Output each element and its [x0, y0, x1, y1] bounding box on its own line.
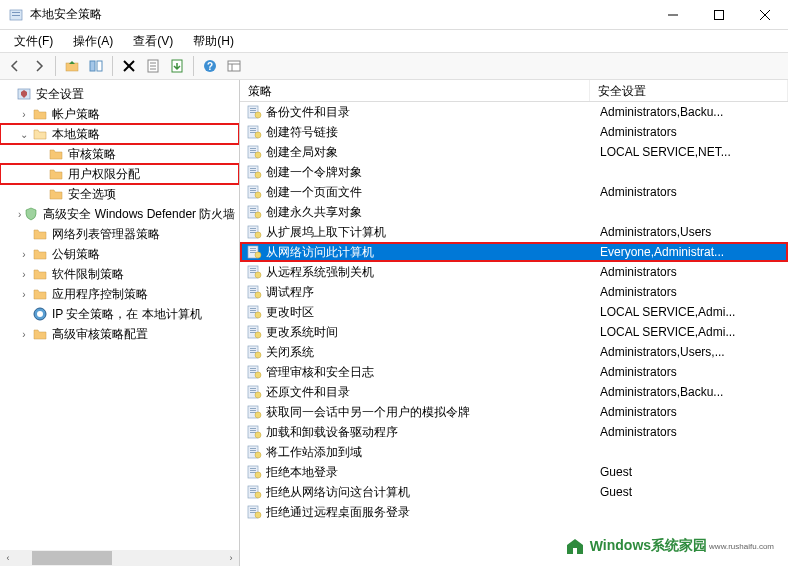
list-row[interactable]: 拒绝通过远程桌面服务登录 [240, 502, 788, 522]
menu-view[interactable]: 查看(V) [123, 31, 183, 52]
policy-setting: Administrators,Users [600, 225, 788, 239]
expand-icon[interactable]: › [18, 209, 21, 220]
tree-label: 安全选项 [68, 186, 116, 203]
delete-button[interactable] [118, 55, 140, 77]
expand-icon[interactable]: › [18, 269, 30, 280]
svg-rect-19 [228, 61, 240, 71]
svg-point-44 [255, 172, 261, 178]
tree-account-policies[interactable]: › 帐户策略 [0, 104, 239, 124]
forward-button[interactable] [28, 55, 50, 77]
list-row[interactable]: 从远程系统强制关机Administrators [240, 262, 788, 282]
tree-netlist[interactable]: 网络列表管理器策略 [0, 224, 239, 244]
svg-rect-93 [250, 372, 256, 373]
list-row[interactable]: 加载和卸载设备驱动程序Administrators [240, 422, 788, 442]
tree-pubkey[interactable]: › 公钥策略 [0, 244, 239, 264]
expand-icon[interactable]: › [18, 329, 30, 340]
expand-icon[interactable]: › [18, 249, 30, 260]
list-row[interactable]: 拒绝本地登录Guest [240, 462, 788, 482]
policy-icon [246, 344, 262, 360]
list-row[interactable]: 更改时区LOCAL SERVICE,Admi... [240, 302, 788, 322]
list-row[interactable]: 更改系统时间LOCAL SERVICE,Admi... [240, 322, 788, 342]
column-setting[interactable]: 安全设置 [590, 80, 788, 101]
show-hide-button[interactable] [85, 55, 107, 77]
toolbar-separator [55, 56, 56, 76]
collapse-icon[interactable]: ⌄ [18, 129, 30, 140]
policy-setting: Administrators [600, 365, 788, 379]
list-row[interactable]: 关闭系统Administrators,Users,... [240, 342, 788, 362]
list-row[interactable]: 拒绝从网络访问这台计算机Guest [240, 482, 788, 502]
list-row[interactable]: 创建符号链接Administrators [240, 122, 788, 142]
svg-rect-71 [250, 288, 256, 289]
tree-appctrl[interactable]: › 应用程序控制策略 [0, 284, 239, 304]
list-row[interactable]: 管理审核和安全日志Administrators [240, 362, 788, 382]
policy-setting: Administrators [600, 185, 788, 199]
back-button[interactable] [4, 55, 26, 77]
svg-rect-37 [250, 150, 256, 151]
policy-name: 更改时区 [266, 304, 600, 321]
tree-audit-policy[interactable]: 审核策略 [0, 144, 239, 164]
list-row[interactable]: 创建全局对象LOCAL SERVICE,NET... [240, 142, 788, 162]
policy-icon [246, 424, 262, 440]
expand-icon[interactable]: › [18, 289, 30, 300]
scroll-right-icon[interactable]: › [223, 550, 239, 566]
up-button[interactable] [61, 55, 83, 77]
svg-rect-41 [250, 168, 256, 169]
list-body[interactable]: 备份文件和目录Administrators,Backu...创建符号链接Admi… [240, 102, 788, 566]
help-button[interactable]: ? [199, 55, 221, 77]
list-row[interactable]: 创建永久共享对象 [240, 202, 788, 222]
list-row[interactable]: 获取同一会话中另一个用户的模拟令牌Administrators [240, 402, 788, 422]
column-policy[interactable]: 策略 [240, 80, 590, 101]
tree-scrollbar-horizontal[interactable]: ‹ › [0, 550, 239, 566]
menu-file[interactable]: 文件(F) [4, 31, 63, 52]
svg-point-74 [255, 292, 261, 298]
titlebar: 本地安全策略 [0, 0, 788, 30]
tree-ipsec[interactable]: IP 安全策略，在 本地计算机 [0, 304, 239, 324]
svg-rect-43 [250, 172, 256, 173]
maximize-button[interactable] [696, 0, 742, 30]
tree-advaudit[interactable]: › 高级审核策略配置 [0, 324, 239, 344]
svg-rect-126 [250, 508, 256, 509]
policy-icon [246, 124, 262, 140]
export-button[interactable] [166, 55, 188, 77]
tree-softlimit[interactable]: › 软件限制策略 [0, 264, 239, 284]
svg-point-89 [255, 352, 261, 358]
svg-point-129 [255, 512, 261, 518]
folder-icon [32, 286, 48, 302]
list-row[interactable]: 创建一个令牌对象 [240, 162, 788, 182]
policy-icon [246, 324, 262, 340]
view-button[interactable] [223, 55, 245, 77]
policy-name: 关闭系统 [266, 344, 600, 361]
svg-rect-82 [250, 330, 256, 331]
svg-point-69 [255, 272, 261, 278]
list-row[interactable]: 备份文件和目录Administrators,Backu... [240, 102, 788, 122]
menu-action[interactable]: 操作(A) [63, 31, 123, 52]
policy-name: 从远程系统强制关机 [266, 264, 600, 281]
list-row[interactable]: 将工作站添加到域 [240, 442, 788, 462]
watermark-logo-icon [564, 536, 586, 556]
list-row[interactable]: 调试程序Administrators [240, 282, 788, 302]
policy-name: 将工作站添加到域 [266, 444, 600, 461]
properties-button[interactable] [142, 55, 164, 77]
tree-defender[interactable]: › 高级安全 Windows Defender 防火墙 [0, 204, 239, 224]
tree-root[interactable]: 安全设置 [0, 84, 239, 104]
list-row[interactable]: 创建一个页面文件Administrators [240, 182, 788, 202]
expand-icon[interactable]: › [18, 109, 30, 120]
policy-setting: Administrators [600, 425, 788, 439]
policy-icon [246, 244, 262, 260]
tree-user-rights[interactable]: 用户权限分配 [0, 164, 239, 184]
minimize-button[interactable] [650, 0, 696, 30]
policy-setting: Administrators,Users,... [600, 345, 788, 359]
close-button[interactable] [742, 0, 788, 30]
tree-pane[interactable]: 安全设置 › 帐户策略 ⌄ 本地策略 审核策略 用户权限分配 [0, 80, 240, 566]
menu-help[interactable]: 帮助(H) [183, 31, 244, 52]
svg-rect-67 [250, 270, 256, 271]
tree-local-policies[interactable]: ⌄ 本地策略 [0, 124, 239, 144]
list-row[interactable]: 从网络访问此计算机Everyone,Administrat... [240, 242, 788, 262]
tree-security-options[interactable]: 安全选项 [0, 184, 239, 204]
scroll-left-icon[interactable]: ‹ [0, 550, 16, 566]
svg-rect-9 [97, 61, 102, 71]
svg-rect-127 [250, 510, 256, 511]
list-row[interactable]: 从扩展坞上取下计算机Administrators,Users [240, 222, 788, 242]
scroll-thumb[interactable] [32, 551, 112, 565]
list-row[interactable]: 还原文件和目录Administrators,Backu... [240, 382, 788, 402]
